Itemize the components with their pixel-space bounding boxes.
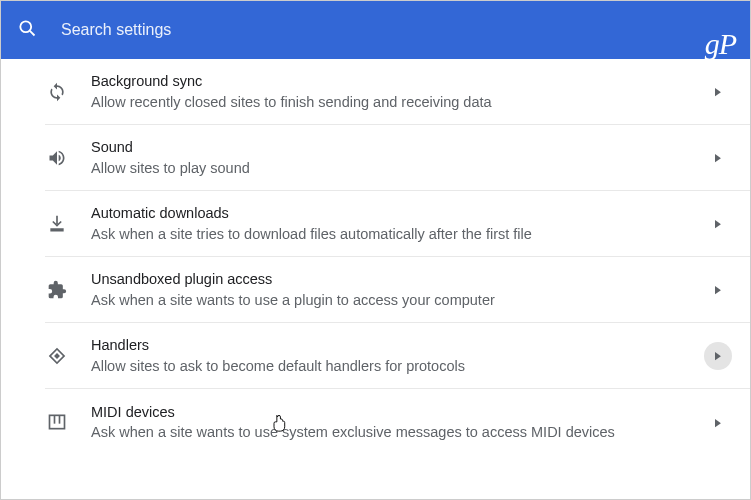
- svg-rect-2: [51, 229, 63, 231]
- row-text: SoundAllow sites to play sound: [91, 137, 704, 178]
- row-text: Unsandboxed plugin accessAsk when a site…: [91, 269, 704, 310]
- settings-list: Background syncAllow recently closed sit…: [1, 59, 750, 455]
- row-description: Ask when a site tries to download files …: [91, 224, 704, 244]
- row-description: Allow sites to ask to become default han…: [91, 356, 704, 376]
- svg-rect-5: [50, 415, 65, 428]
- row-title: Sound: [91, 137, 704, 157]
- row-description: Allow recently closed sites to finish se…: [91, 92, 704, 112]
- search-header: gP: [1, 1, 750, 59]
- row-title: Background sync: [91, 71, 704, 91]
- plugin-icon: [45, 280, 69, 300]
- row-title: Automatic downloads: [91, 203, 704, 223]
- settings-row-midi[interactable]: MIDI devicesAsk when a site wants to use…: [45, 389, 750, 455]
- chevron-right-icon: ▶: [704, 342, 732, 370]
- row-text: Automatic downloadsAsk when a site tries…: [91, 203, 704, 244]
- chevron-right-icon: ▶: [704, 78, 732, 106]
- row-description: Ask when a site wants to use a plugin to…: [91, 290, 704, 310]
- handlers-icon: [45, 346, 69, 366]
- chevron-right-icon: ▶: [704, 276, 732, 304]
- row-title: Handlers: [91, 335, 704, 355]
- row-title: MIDI devices: [91, 402, 704, 422]
- row-text: Background syncAllow recently closed sit…: [91, 71, 704, 112]
- sync-icon: [45, 82, 69, 102]
- row-description: Ask when a site wants to use system excl…: [91, 422, 704, 442]
- search-input[interactable]: [61, 21, 361, 39]
- row-text: HandlersAllow sites to ask to become def…: [91, 335, 704, 376]
- svg-rect-4: [54, 353, 60, 359]
- settings-row-plugin[interactable]: Unsandboxed plugin accessAsk when a site…: [45, 257, 750, 323]
- chevron-right-icon: ▶: [704, 210, 732, 238]
- row-text: MIDI devicesAsk when a site wants to use…: [91, 402, 704, 443]
- sound-icon: [45, 148, 69, 168]
- settings-row-handlers[interactable]: HandlersAllow sites to ask to become def…: [45, 323, 750, 389]
- search-icon: [17, 18, 37, 42]
- row-title: Unsandboxed plugin access: [91, 269, 704, 289]
- settings-row-sync[interactable]: Background syncAllow recently closed sit…: [45, 59, 750, 125]
- chevron-right-icon: ▶: [704, 144, 732, 172]
- svg-line-1: [30, 31, 35, 36]
- row-description: Allow sites to play sound: [91, 158, 704, 178]
- settings-row-sound[interactable]: SoundAllow sites to play sound▶: [45, 125, 750, 191]
- chevron-right-icon: ▶: [704, 408, 732, 436]
- brand-watermark: gP: [705, 27, 736, 61]
- settings-row-download[interactable]: Automatic downloadsAsk when a site tries…: [45, 191, 750, 257]
- download-icon: [45, 214, 69, 234]
- svg-point-0: [20, 21, 31, 32]
- midi-icon: [45, 412, 69, 432]
